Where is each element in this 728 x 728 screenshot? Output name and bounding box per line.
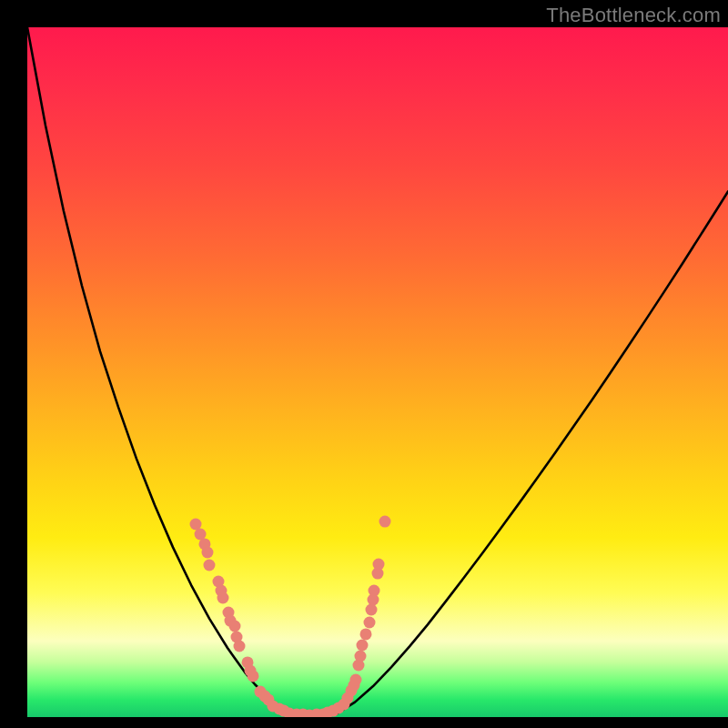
marker-dot [234, 641, 246, 652]
marker-dot [354, 650, 366, 662]
highlight-markers [190, 516, 391, 717]
marker-dot [229, 621, 241, 632]
marker-dot [201, 546, 213, 558]
marker-dot [373, 559, 385, 571]
marker-dot [365, 603, 377, 615]
marker-dot [369, 584, 380, 596]
bottleneck-curve [27, 27, 728, 716]
marker-dot [359, 628, 371, 640]
marker-dot [363, 617, 375, 629]
marker-dot [379, 516, 391, 528]
chart-stage: TheBottleneck.com [0, 0, 728, 728]
watermark-text: TheBottleneck.com [546, 4, 721, 27]
marker-dot [356, 640, 368, 652]
marker-dot [248, 670, 259, 682]
plot-inner [27, 27, 728, 717]
plot-area [27, 27, 728, 717]
marker-dot [349, 673, 361, 685]
curve-layer [27, 27, 728, 717]
marker-dot [203, 560, 215, 571]
marker-dot [217, 592, 228, 604]
